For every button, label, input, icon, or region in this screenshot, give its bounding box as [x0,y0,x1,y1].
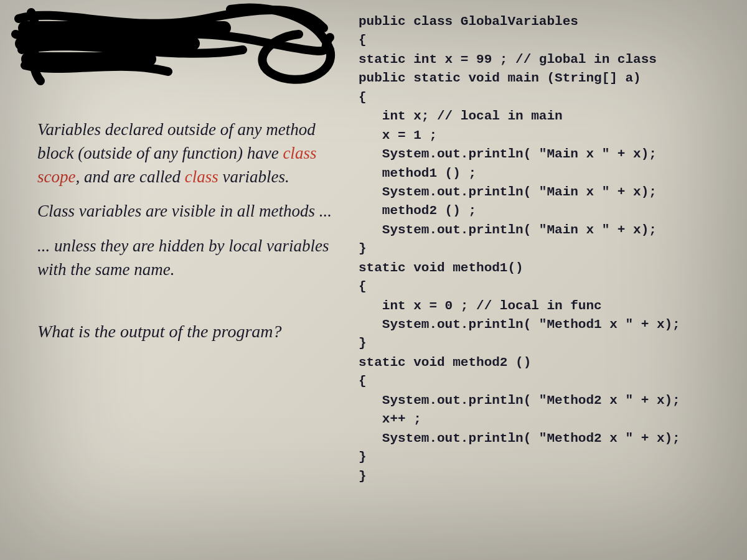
code-line: int x; // local in main [359,107,741,126]
code-line: System.out.println( "Main x " + x); [359,221,741,240]
code-line: System.out.println( "Method1 x " + x); [359,315,741,334]
code-block: public class GlobalVariables{static int … [359,0,747,560]
explain-paragraph-3: ... unless they are hidden by local vari… [37,235,340,282]
highlight-class: class [185,167,218,186]
code-line: { [359,88,741,107]
code-line: public static void main (String[] a) [359,69,741,88]
code-line: { [359,278,741,296]
code-line: x++ ; [359,410,741,429]
code-line: } [359,334,741,353]
code-line: static void method1() [359,259,741,278]
code-line: { [359,31,741,50]
slide-root: Variables declared outside of any method… [0,0,747,560]
explain-paragraph-2: Class variables are visible in all metho… [37,200,340,223]
code-line: int x = 0 ; // local in func [359,297,741,315]
code-line: System.out.println( "Method2 x " + x); [359,429,741,448]
code-line: System.out.println( "Method2 x " + x); [359,391,741,410]
code-line: static int x = 99 ; // global in class [359,50,741,69]
code-line: public class GlobalVariables [359,12,741,31]
question-text: What is the output of the program? [37,319,340,343]
code-line: System.out.println( "Main x " + x); [359,145,741,164]
left-column: Variables declared outside of any method… [0,0,359,560]
code-line: } [359,240,741,258]
text-fragment: Variables declared outside of any method… [37,120,316,162]
code-line: method2 () ; [359,202,741,220]
code-line: } [359,467,741,486]
code-line: static void method2 () [359,353,741,372]
code-line: method1 () ; [359,164,741,183]
code-line: { [359,372,741,391]
code-line: System.out.println( "Main x " + x); [359,183,741,202]
code-line: } [359,448,741,467]
explanation-text: Variables declared outside of any method… [37,118,340,282]
redaction-scribble [6,0,336,93]
explain-paragraph-1: Variables declared outside of any method… [37,118,340,189]
text-fragment: , and are called [75,167,184,186]
code-line: x = 1 ; [359,126,741,145]
text-fragment: variables. [218,167,289,186]
